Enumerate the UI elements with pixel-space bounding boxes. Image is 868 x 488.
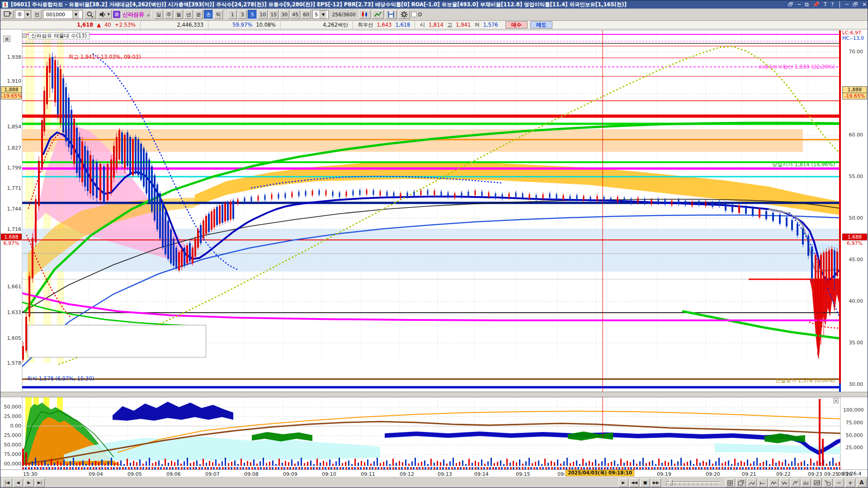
open-annotation: 당일시가 1,814 (14,96%) xyxy=(772,161,835,168)
period-button-주[interactable]: 주 xyxy=(164,10,173,19)
save-button[interactable] xyxy=(385,10,397,19)
gear-icon xyxy=(400,11,408,18)
volume-tick-label: 75,000 xyxy=(1,451,21,457)
period-button-분[interactable]: 분 xyxy=(194,10,203,19)
nav-button[interactable]: ◀ xyxy=(13,479,23,487)
cursor-peak-button[interactable] xyxy=(769,479,778,487)
code-field[interactable] xyxy=(45,11,71,18)
chart-image-button[interactable] xyxy=(812,479,822,487)
volume-value: 2,446,333 xyxy=(177,22,203,28)
alert-price: 1,888 xyxy=(842,86,867,93)
interval-button-60[interactable]: 60 xyxy=(301,10,311,19)
cursor-baseline-button[interactable] xyxy=(758,479,768,487)
window-switch-button[interactable] xyxy=(2,10,14,19)
window-control-icon[interactable]: T xyxy=(824,1,827,8)
playback-button[interactable]: ▶ xyxy=(618,479,628,487)
window-control-icon[interactable]: 🗗 xyxy=(788,1,793,8)
custom-interval-combo[interactable]: 5▼ xyxy=(312,10,329,19)
zoom-button[interactable] xyxy=(823,479,833,487)
volume-tick-label: 0.00 xyxy=(1,423,21,429)
search-button[interactable] xyxy=(84,10,96,19)
price-tick-label: 1,744 xyxy=(1,206,21,212)
window-control-icon[interactable]: 🗗 xyxy=(853,1,858,8)
overlay-chip-button[interactable] xyxy=(22,33,27,38)
turnover-pct: 59.97% xyxy=(232,22,252,28)
candle-tool-button[interactable] xyxy=(359,10,371,19)
percent-tick-label: 55.00 xyxy=(843,174,863,179)
cascade-icon xyxy=(738,480,744,486)
interval-button-5[interactable]: 5 xyxy=(248,10,257,19)
chart-grid-button[interactable] xyxy=(725,479,735,487)
d-checkbox[interactable] xyxy=(411,12,417,17)
sound-button[interactable]: ▼ xyxy=(97,10,112,19)
window-control-icon[interactable]: ⧉ xyxy=(805,1,809,8)
percent-tick-label: 70.00 xyxy=(843,49,863,55)
sell-button[interactable]: 매도 xyxy=(530,21,552,28)
cursor-peak-icon xyxy=(770,480,777,486)
zoom-out-button[interactable]: − xyxy=(834,479,844,487)
interval-button-3[interactable]: 3 xyxy=(238,10,247,19)
cursor-signal-button[interactable] xyxy=(801,479,811,487)
volume-tick-label: 00,000 xyxy=(1,461,21,467)
period-button-초[interactable]: 초 xyxy=(204,10,213,19)
high-label: 고 xyxy=(447,22,453,28)
interval-button-30[interactable]: 30 xyxy=(279,10,289,19)
open-label: 시 xyxy=(420,22,425,28)
stock-name: 신라섬유 xyxy=(122,11,145,19)
chevron-down-icon: ▼ xyxy=(108,13,110,16)
volume-tick-label: 50,000 xyxy=(1,442,21,448)
nav-button[interactable]: ▶ xyxy=(24,479,34,487)
bottom-toolbar: |◀◀▶▶| ▶◀◀■▶▶ − + A xyxy=(0,476,868,488)
window-control-icon[interactable]: ─ xyxy=(797,1,801,8)
nav-button[interactable]: ▶| xyxy=(35,479,45,487)
playback-button[interactable]: ▶▶ xyxy=(651,479,661,487)
percent-tick-label: 60.00 xyxy=(843,132,863,138)
pane-divider[interactable] xyxy=(0,392,868,397)
bar-count: 256/3600 xyxy=(330,12,358,18)
settings-button[interactable] xyxy=(398,10,410,19)
playback-button[interactable]: ■ xyxy=(640,479,650,487)
window-control-icon[interactable]: ─ xyxy=(845,1,849,8)
interval-button-45[interactable]: 45 xyxy=(290,10,300,19)
period-button-틱[interactable]: 틱 xyxy=(214,10,223,19)
grid-table-icon[interactable]: ▦ xyxy=(3,36,10,42)
playback-button[interactable]: ◀◀ xyxy=(629,479,639,487)
cursor-slope-button[interactable] xyxy=(790,479,800,487)
indicator-label[interactable]: 신라섬유 매물대 수(13) xyxy=(28,32,90,39)
cascade-button[interactable] xyxy=(736,479,746,487)
zoom-in-button[interactable]: + xyxy=(845,479,855,487)
low-price: 1,576 xyxy=(483,22,498,28)
high-annotation: 최고 1,941 (-13.03%, 09:03) xyxy=(68,54,141,61)
line-tool-button[interactable] xyxy=(372,10,384,19)
stock-code-input[interactable]: ▼ xyxy=(43,10,83,19)
window-control-icon[interactable]: ✕ xyxy=(862,1,867,8)
cursor-valley-button[interactable] xyxy=(779,479,789,487)
d-checkbox-label: D xyxy=(418,12,422,18)
period-button-년[interactable]: 년 xyxy=(184,10,193,19)
volume-tick-label: 100,000 xyxy=(843,407,863,413)
period-type-combo[interactable]: 주▼ xyxy=(15,10,31,19)
trendline-button[interactable] xyxy=(747,479,757,487)
interval-button-15[interactable]: 15 xyxy=(269,10,278,19)
buy-button[interactable]: 매수 xyxy=(505,21,528,28)
chart-area[interactable]: ▦ 신라섬유 매물대 수(13) LC:6,97 HC:-13,0 1,9381… xyxy=(0,29,868,476)
price-change: 40 xyxy=(104,22,111,28)
prev-close-annotation: 전일종가 1,578 (0,00%) xyxy=(775,377,835,384)
nav-button[interactable]: |◀ xyxy=(2,479,12,487)
volume-tick-label: 50,000 xyxy=(843,432,863,438)
period-button-일[interactable]: 일 xyxy=(154,10,163,19)
window-control-icon[interactable]: ? xyxy=(831,1,834,8)
search-icon xyxy=(86,11,94,18)
alert-flag-left: 1,888 -19.65% xyxy=(1,86,22,99)
speed-slider[interactable] xyxy=(666,479,720,486)
font-button[interactable]: A xyxy=(857,479,867,487)
window-control-icon[interactable]: 📌 xyxy=(813,1,820,8)
window-control-icon[interactable]: │ xyxy=(838,1,841,8)
jeon-button[interactable]: 전 xyxy=(33,10,42,19)
period-button-월[interactable]: 월 xyxy=(174,10,183,19)
close-pane-icon[interactable]: ✕ xyxy=(833,398,839,404)
playback-button-group: ▶◀◀■▶▶ xyxy=(618,479,661,487)
interval-button-1[interactable]: 1 xyxy=(228,10,237,19)
cursor-slope-icon xyxy=(792,480,798,486)
interval-button-10[interactable]: 10 xyxy=(258,10,268,19)
